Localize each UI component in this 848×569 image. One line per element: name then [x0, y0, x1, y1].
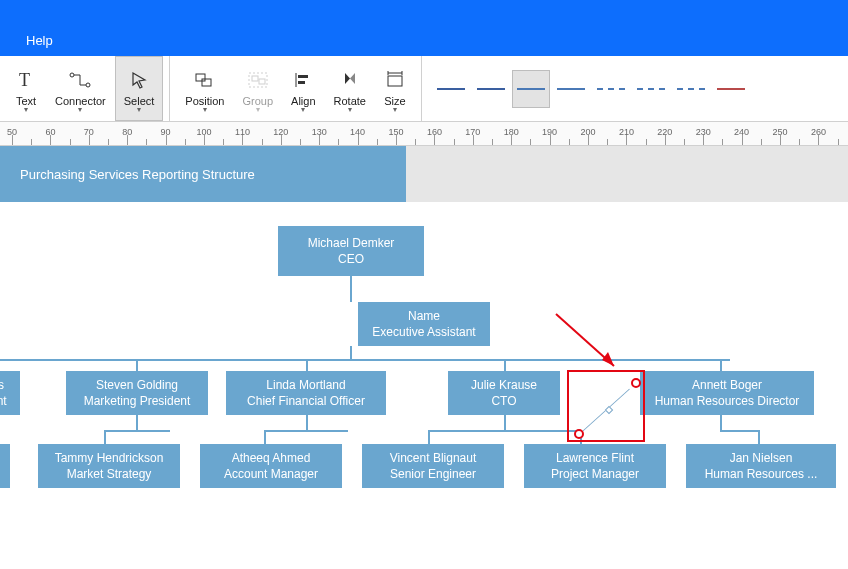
- node-partial-left2[interactable]: [0, 444, 10, 488]
- line-style-swatch[interactable]: [632, 70, 670, 108]
- cursor-icon: [129, 67, 149, 93]
- connector-line: [758, 430, 760, 444]
- ruler-label: 250: [772, 127, 787, 137]
- align-icon: [293, 67, 313, 93]
- svg-point-1: [70, 73, 74, 77]
- connector-line: [504, 359, 506, 371]
- rotate-button[interactable]: Rotate ▾: [325, 56, 375, 121]
- connector-line: [720, 430, 760, 432]
- line-style-swatch[interactable]: [712, 70, 750, 108]
- ruler-label: 140: [350, 127, 365, 137]
- ruler-label: 260: [811, 127, 826, 137]
- node-senior-engineer[interactable]: Vincent Blignaut Senior Engineer: [362, 444, 504, 488]
- connector-line: [720, 359, 722, 371]
- node-hr-staff[interactable]: Jan Nielsen Human Resources ...: [686, 444, 836, 488]
- node-partial-left[interactable]: elis dent: [0, 371, 20, 415]
- canvas[interactable]: Purchasing Services Reporting Structure …: [0, 146, 848, 569]
- svg-text:T: T: [19, 70, 30, 90]
- ruler-label: 190: [542, 127, 557, 137]
- diagram-title: Purchasing Services Reporting Structure: [20, 167, 255, 182]
- connector-line: [428, 430, 430, 444]
- line-style-swatch[interactable]: [592, 70, 630, 108]
- node-hr[interactable]: Annett Boger Human Resources Director: [640, 371, 814, 415]
- node-account-manager[interactable]: Atheeq Ahmed Account Manager: [200, 444, 342, 488]
- ruler-label: 240: [734, 127, 749, 137]
- ruler-label: 100: [196, 127, 211, 137]
- horizontal-ruler: 5060708090100110120130140150160170180190…: [0, 122, 848, 146]
- svg-point-2: [86, 83, 90, 87]
- connector-line: [350, 346, 352, 360]
- ruler-label: 50: [7, 127, 17, 137]
- ruler-label: 180: [504, 127, 519, 137]
- connector-line: [136, 359, 138, 371]
- svg-rect-6: [252, 76, 258, 81]
- svg-rect-4: [202, 79, 211, 86]
- line-style-swatch[interactable]: [672, 70, 710, 108]
- connector-midpoint-handle[interactable]: [605, 406, 613, 414]
- ruler-label: 220: [657, 127, 672, 137]
- titlebar: Help: [0, 0, 848, 56]
- line-style-swatch[interactable]: [552, 70, 590, 108]
- diagram-title-block[interactable]: Purchasing Services Reporting Structure: [0, 146, 406, 202]
- ruler-label: 60: [45, 127, 55, 137]
- text-icon: T: [16, 67, 36, 93]
- connector-line: [504, 415, 506, 431]
- ruler-label: 170: [465, 127, 480, 137]
- line-style-swatch[interactable]: [472, 70, 510, 108]
- position-button[interactable]: Position ▾: [176, 56, 233, 121]
- ribbon: T Text ▾ Connector ▾ Select ▾ Position ▾: [0, 56, 848, 122]
- line-style-swatch[interactable]: [512, 70, 550, 108]
- node-cto[interactable]: Julie Krause CTO: [448, 371, 560, 415]
- node-cfo[interactable]: Linda Mortland Chief Financial Officer: [226, 371, 386, 415]
- ruler-label: 80: [122, 127, 132, 137]
- align-button[interactable]: Align ▾: [282, 56, 324, 121]
- connector-line: [104, 430, 106, 444]
- connector-line: [264, 430, 266, 444]
- connector-line: [306, 415, 308, 431]
- connector-line: [306, 359, 308, 371]
- group-button: Group ▾: [233, 56, 282, 121]
- ruler-label: 150: [388, 127, 403, 137]
- node-ceo[interactable]: Michael Demker CEO: [278, 226, 424, 276]
- svg-rect-7: [259, 79, 265, 84]
- line-style-swatch[interactable]: [432, 70, 470, 108]
- ruler-label: 90: [161, 127, 171, 137]
- text-tool-button[interactable]: T Text ▾: [6, 56, 46, 121]
- ruler-label: 70: [84, 127, 94, 137]
- select-tool-button[interactable]: Select ▾: [115, 56, 164, 121]
- line-style-gallery: [422, 56, 760, 121]
- new-connector-line[interactable]: [579, 389, 630, 435]
- svg-rect-10: [298, 81, 305, 84]
- connector-endpoint-start[interactable]: [574, 429, 584, 439]
- node-marketing[interactable]: Steven Golding Marketing President: [66, 371, 208, 415]
- ruler-label: 230: [696, 127, 711, 137]
- svg-rect-3: [196, 74, 205, 81]
- annotation-arrow: [552, 310, 632, 380]
- help-menu[interactable]: Help: [26, 33, 53, 48]
- node-ea[interactable]: Name Executive Assistant: [358, 302, 490, 346]
- connector-line: [264, 430, 348, 432]
- connector-icon: [68, 67, 92, 93]
- connector-line: [428, 430, 582, 432]
- ruler-label: 160: [427, 127, 442, 137]
- selection-bounding-box[interactable]: [567, 370, 645, 442]
- connector-endpoint-end[interactable]: [631, 378, 641, 388]
- svg-rect-11: [388, 76, 402, 86]
- ruler-label: 110: [235, 127, 250, 137]
- ruler-label: 120: [273, 127, 288, 137]
- size-button[interactable]: Size ▾: [375, 56, 415, 121]
- rotate-icon: [339, 67, 361, 93]
- connector-line: [350, 276, 352, 302]
- connector-line: [720, 415, 722, 431]
- connector-tool-button[interactable]: Connector ▾: [46, 56, 115, 121]
- position-icon: [194, 67, 216, 93]
- ruler-label: 130: [312, 127, 327, 137]
- size-icon: [385, 67, 405, 93]
- canvas-margin: [406, 146, 848, 202]
- node-project-manager[interactable]: Lawrence Flint Project Manager: [524, 444, 666, 488]
- svg-marker-16: [602, 352, 614, 366]
- node-market-strategy[interactable]: Tammy Hendrickson Market Strategy: [38, 444, 180, 488]
- svg-rect-9: [298, 75, 308, 78]
- connector-line: [104, 430, 170, 432]
- connector-line: [136, 415, 138, 431]
